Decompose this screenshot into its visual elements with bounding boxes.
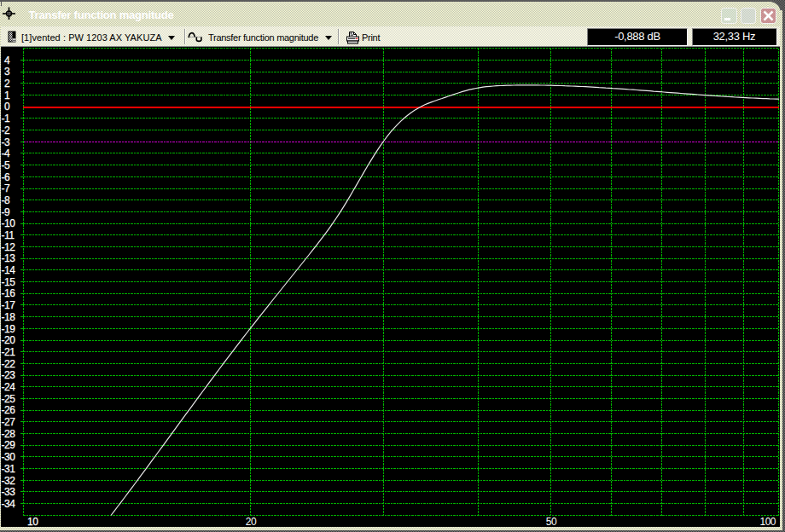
svg-text:-13: -13 xyxy=(2,252,16,264)
svg-text:-31: -31 xyxy=(2,463,16,475)
svg-text:-18: -18 xyxy=(2,311,16,323)
svg-text:1: 1 xyxy=(4,90,10,101)
svg-text:-2: -2 xyxy=(2,124,10,136)
svg-text:-1: -1 xyxy=(2,113,10,124)
svg-text:-12: -12 xyxy=(2,241,16,253)
svg-text:-26: -26 xyxy=(2,404,16,416)
svg-text:-29: -29 xyxy=(2,439,16,451)
svg-text:3: 3 xyxy=(4,66,10,78)
svg-text:-19: -19 xyxy=(2,323,16,335)
svg-text:-4: -4 xyxy=(2,147,10,159)
svg-text:0: 0 xyxy=(4,101,10,113)
svg-text:-25: -25 xyxy=(2,393,16,405)
svg-text:-14: -14 xyxy=(2,264,16,276)
svg-text:-23: -23 xyxy=(2,369,16,381)
svg-text:-11: -11 xyxy=(2,229,15,241)
svg-text:-15: -15 xyxy=(2,276,16,288)
svg-text:-34: -34 xyxy=(2,498,16,510)
svg-text:-8: -8 xyxy=(2,194,10,206)
svg-text:-17: -17 xyxy=(2,299,16,311)
svg-text:-3: -3 xyxy=(2,136,10,148)
svg-text:-21: -21 xyxy=(2,346,16,358)
svg-text:4: 4 xyxy=(4,55,10,66)
svg-text:-30: -30 xyxy=(2,451,16,463)
svg-text:-24: -24 xyxy=(2,381,16,393)
svg-text:-33: -33 xyxy=(2,486,16,498)
svg-text:-20: -20 xyxy=(2,334,16,346)
svg-text:-27: -27 xyxy=(2,416,16,428)
svg-text:-10: -10 xyxy=(2,217,16,229)
svg-text:2: 2 xyxy=(4,78,10,90)
svg-text:-22: -22 xyxy=(2,358,16,370)
svg-text:-32: -32 xyxy=(2,475,16,487)
svg-text:-16: -16 xyxy=(2,287,16,299)
svg-text:-5: -5 xyxy=(2,159,10,171)
svg-text:-9: -9 xyxy=(2,206,10,218)
svg-text:-6: -6 xyxy=(2,171,10,183)
svg-text:-28: -28 xyxy=(2,428,16,440)
svg-text:-7: -7 xyxy=(2,182,10,194)
